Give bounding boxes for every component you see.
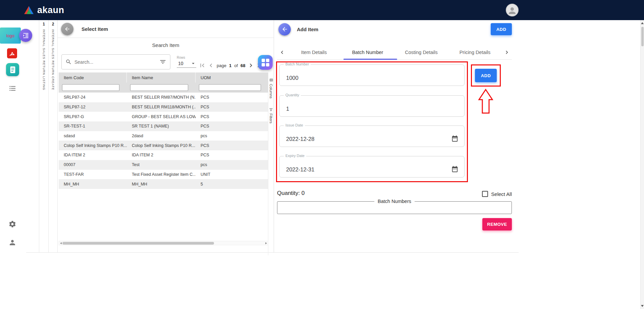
- table-row[interactable]: SRLP87-G GROUP - BEST SELLER AS LOW ... …: [59, 112, 268, 121]
- table-row[interactable]: IDA ITEM 2 IDA ITEM 2 PCS: [59, 150, 268, 160]
- tabs-scroll-left-button[interactable]: [277, 49, 287, 56]
- remove-button[interactable]: REMOVE: [482, 218, 512, 230]
- select-item-header: Select Item: [58, 20, 274, 38]
- vertical-tab-listing[interactable]: 1 INTERNAL SALES RETURN LISTING: [39, 20, 48, 252]
- cell-item-code: MH_MH: [59, 182, 127, 187]
- cell-item-name: Colop Self Inking Stamps P10 R...: [127, 143, 196, 148]
- field-label: Issue Date: [284, 123, 305, 127]
- erp-app-icon[interactable]: [6, 63, 19, 76]
- funnel-icon: [269, 108, 273, 112]
- annotation-arrow-up: [478, 88, 493, 114]
- add-item-submit-button[interactable]: ADD: [491, 23, 512, 35]
- select-all-control: Select All: [482, 191, 512, 197]
- columns-icon: [269, 78, 273, 82]
- table-row[interactable]: TEST-FAR Test Fixed Asset Register Item …: [59, 170, 268, 179]
- filter-list-icon[interactable]: [159, 58, 166, 65]
- profile-icon[interactable]: [8, 239, 16, 247]
- table-row[interactable]: Colop Self Inking Stamps P10 R... Colop …: [59, 141, 268, 150]
- table-row[interactable]: SRLP87-24 BEST SELLER RM87/MONTH (N... P…: [59, 93, 268, 102]
- top-bar: akaun: [0, 0, 644, 20]
- settings-icon[interactable]: [8, 220, 16, 228]
- table-row[interactable]: SRLP87-12 BEST SELLER RM118/MONTH (... P…: [59, 102, 268, 112]
- cell-item-name: MH_MH: [127, 182, 196, 187]
- expiry-date-field[interactable]: Expiry Date 2022-12-31: [279, 156, 465, 177]
- filter-item-code-input[interactable]: [62, 84, 119, 91]
- column-header-uom[interactable]: UOM: [196, 72, 268, 83]
- rows-value: 10: [178, 61, 183, 66]
- quantity-summary: Quantity: 0: [277, 190, 305, 197]
- columns-toggle[interactable]: Columns: [268, 78, 274, 98]
- search-input[interactable]: [74, 59, 157, 65]
- tabs-scroll-right-button[interactable]: [502, 49, 512, 56]
- cell-item-name: IDA ITEM 2: [127, 153, 196, 157]
- cell-item-name: Test Fixed Asset Register Item C...: [127, 172, 196, 177]
- menu-indent-icon: [22, 32, 29, 39]
- tab-label: INTERNAL SALES RETURN LISTING: [42, 29, 46, 90]
- first-page-button[interactable]: [198, 62, 207, 69]
- batch-number-field[interactable]: Batch Number 1000: [279, 64, 465, 86]
- filter-uom-input[interactable]: [199, 84, 261, 91]
- cell-uom: UNIT: [196, 172, 268, 177]
- brand-logo[interactable]: akaun: [23, 0, 64, 20]
- cell-item-code: IDA ITEM 2: [59, 153, 127, 157]
- column-header-item-code[interactable]: Item Code: [59, 72, 127, 83]
- issue-date-field[interactable]: Issue Date 2022-12-28: [279, 125, 465, 147]
- back-button[interactable]: [278, 23, 291, 36]
- next-page-button[interactable]: [247, 62, 255, 69]
- horizontal-scrollbar[interactable]: [59, 241, 268, 245]
- scroll-right-icon[interactable]: [265, 242, 267, 244]
- previous-page-button[interactable]: [207, 62, 215, 69]
- table-row[interactable]: SR-TEST-1 SR TEST 1 (NAME) PCS: [59, 121, 268, 131]
- grid-view-button[interactable]: [258, 55, 273, 70]
- pdf-app-icon[interactable]: [7, 48, 17, 58]
- select-all-checkbox[interactable]: [482, 191, 488, 197]
- tab-item-details[interactable]: Item Details: [287, 50, 341, 55]
- quantity-field[interactable]: Quantity 1: [279, 95, 465, 117]
- user-avatar[interactable]: [506, 4, 519, 16]
- table-row[interactable]: sdasd 2dasd pcs: [59, 131, 268, 141]
- field-label: Quantity: [284, 93, 301, 97]
- app-logo[interactable]: logo: [0, 28, 21, 44]
- scroll-down-icon[interactable]: [641, 305, 644, 307]
- rows-per-page-select[interactable]: Rows 10: [177, 56, 196, 68]
- chevron-left-icon: [279, 49, 285, 56]
- add-item-panel: Add Item ADD Item Details Batch Number C…: [274, 20, 519, 252]
- vertical-tab-strip: 1 INTERNAL SALES RETURN LISTING 2 INTERN…: [26, 20, 58, 252]
- cell-item-name: SR TEST 1 (NAME): [127, 124, 196, 128]
- cell-item-name: GROUP - BEST SELLER AS LOW ...: [127, 114, 196, 119]
- horizontal-scrollbar-thumb[interactable]: [62, 242, 214, 245]
- brand-name: akaun: [37, 5, 64, 15]
- back-button[interactable]: [61, 23, 73, 35]
- chevron-right-icon: [503, 49, 510, 56]
- tab-pricing-details[interactable]: Pricing Details: [448, 50, 502, 55]
- search-box: [61, 54, 170, 69]
- table-body: SRLP87-24 BEST SELLER RM87/MONTH (N... P…: [59, 93, 268, 189]
- vertical-tab-create[interactable]: 2 INTERNAL SALES RETURN CREATE: [48, 20, 58, 252]
- page-scrollbar[interactable]: [640, 20, 644, 309]
- filter-item-name-input[interactable]: [130, 84, 188, 91]
- page-of-word: of: [234, 63, 238, 68]
- cell-item-code: SRLP87-G: [59, 114, 127, 119]
- sidebar-toggle-button[interactable]: [19, 29, 32, 42]
- pagination: page 1 of 68: [198, 61, 264, 70]
- column-header-item-name[interactable]: Item Name: [127, 72, 196, 83]
- table-row[interactable]: MH_MH MH_MH 5: [59, 179, 268, 189]
- page-scrollbar-thumb[interactable]: [641, 27, 644, 46]
- scroll-left-icon[interactable]: [60, 242, 62, 244]
- list-menu-icon[interactable]: [9, 85, 16, 92]
- cell-uom: PCS: [196, 143, 268, 148]
- field-value: 1: [286, 106, 289, 112]
- calendar-icon[interactable]: [451, 135, 459, 142]
- table-side-tools: Columns Filters: [268, 72, 274, 255]
- tab-batch-number[interactable]: Batch Number: [341, 50, 394, 55]
- calendar-icon[interactable]: [451, 165, 459, 173]
- scroll-up-icon[interactable]: [641, 22, 644, 24]
- field-label: Expiry Date: [284, 154, 306, 158]
- cell-uom: 5: [196, 182, 268, 187]
- add-batch-button[interactable]: ADD: [475, 69, 497, 82]
- filters-toggle[interactable]: Filters: [268, 108, 274, 123]
- tab-costing-details[interactable]: Costing Details: [394, 50, 448, 55]
- table-row[interactable]: 00007 Test pcs: [59, 160, 268, 170]
- grid-icon: [262, 59, 269, 66]
- batch-numbers-legend: Batch Numbers: [374, 199, 415, 204]
